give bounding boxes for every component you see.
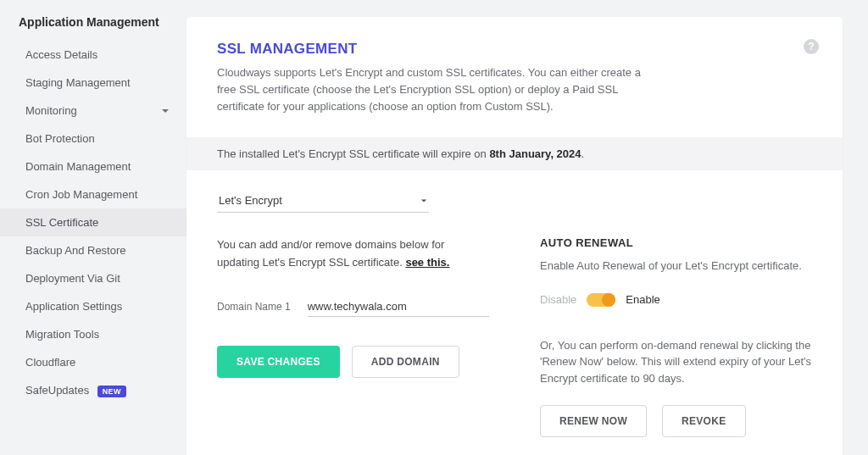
domain-field-label: Domain Name 1 (217, 301, 291, 313)
sidebar-item-label: Access Details (25, 48, 97, 61)
sidebar-item-access-details[interactable]: Access Details (0, 41, 186, 69)
domain-name-input[interactable] (308, 297, 489, 317)
auto-renewal-description: Enable Auto Renewal of your Let's Encryp… (540, 258, 812, 275)
chevron-down-icon (420, 197, 427, 204)
sidebar-item-cron-job-management[interactable]: Cron Job Management (0, 180, 186, 208)
page-title: SSL MANAGEMENT (217, 41, 812, 58)
sidebar-item-migration-tools[interactable]: Migration Tools (0, 320, 186, 348)
sidebar-item-backup-and-restore[interactable]: Backup And Restore (0, 236, 186, 264)
renew-description: Or, You can perform on-demand renewal by… (540, 337, 812, 387)
expire-notice: The installed Let's Encrypt SSL certific… (186, 137, 843, 170)
chevron-down-icon (161, 107, 170, 115)
auto-renewal-toggle[interactable] (587, 293, 615, 307)
sidebar-item-label: SSL Certificate (25, 216, 98, 229)
sidebar-item-staging-management[interactable]: Staging Management (0, 69, 186, 97)
sidebar-item-application-settings[interactable]: Application Settings (0, 292, 186, 320)
sidebar-item-label: Domain Management (25, 160, 131, 173)
toggle-enable-label: Enable (626, 293, 659, 306)
sidebar-item-monitoring[interactable]: Monitoring (0, 97, 186, 125)
sidebar-item-label: Cron Job Management (25, 188, 137, 201)
renew-now-button[interactable]: RENEW NOW (540, 405, 647, 437)
domains-description: You can add and/or remove domains below … (217, 236, 489, 270)
sidebar-item-label: Staging Management (25, 76, 131, 89)
sidebar-item-label: Bot Protection (25, 132, 95, 145)
expire-prefix: The installed Let's Encrypt SSL certific… (217, 147, 489, 160)
page-description: Cloudways supports Let's Encrypt and cus… (217, 64, 658, 115)
sidebar: Application Management Access Details St… (0, 0, 186, 455)
sidebar-title: Application Management (0, 15, 186, 41)
sidebar-item-label: SafeUpdates (25, 384, 89, 397)
sidebar-item-ssl-certificate[interactable]: SSL Certificate (0, 208, 186, 236)
sidebar-item-label: Cloudflare (25, 356, 75, 369)
sidebar-item-label: Deployment Via Git (25, 272, 120, 285)
sidebar-item-bot-protection[interactable]: Bot Protection (0, 125, 186, 153)
expire-suffix: . (581, 147, 585, 160)
sidebar-item-domain-management[interactable]: Domain Management (0, 153, 186, 180)
sidebar-item-label: Application Settings (25, 300, 122, 313)
add-domain-button[interactable]: ADD DOMAIN (352, 346, 459, 378)
sidebar-item-deployment-via-git[interactable]: Deployment Via Git (0, 264, 186, 292)
save-changes-button[interactable]: SAVE CHANGES (217, 346, 340, 378)
ssl-provider-dropdown[interactable]: Let's Encrypt (217, 189, 429, 213)
see-this-link[interactable]: see this. (405, 256, 449, 269)
auto-renewal-column: AUTO RENEWAL Enable Auto Renewal of your… (540, 236, 812, 437)
sidebar-item-label: Migration Tools (25, 328, 99, 341)
ssl-card: ? SSL MANAGEMENT Cloudways supports Let'… (186, 17, 843, 455)
help-icon[interactable]: ? (804, 39, 819, 54)
domain-field-row: Domain Name 1 (217, 297, 489, 317)
new-badge: NEW (97, 386, 126, 397)
auto-renewal-title: AUTO RENEWAL (540, 236, 812, 249)
toggle-disable-label: Disable (540, 293, 576, 306)
sidebar-item-label: Backup And Restore (25, 244, 126, 257)
sidebar-item-label: Monitoring (25, 104, 77, 117)
main-content: ? SSL MANAGEMENT Cloudways supports Let'… (186, 0, 868, 455)
sidebar-item-cloudflare[interactable]: Cloudflare (0, 348, 186, 376)
dropdown-selected: Let's Encrypt (219, 194, 282, 207)
revoke-button[interactable]: REVOKE (662, 405, 745, 437)
sidebar-item-safeupdates[interactable]: SafeUpdates NEW (0, 376, 186, 404)
domains-column: You can add and/or remove domains below … (217, 236, 489, 437)
expire-date: 8th January, 2024 (489, 147, 581, 160)
